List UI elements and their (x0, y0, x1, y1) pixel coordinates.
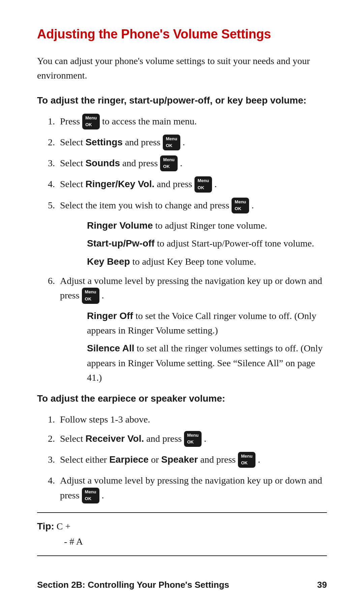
menu-ok-button-6: MenuOK (82, 288, 99, 304)
tip-line2: - # A (64, 536, 83, 547)
earpiece-step3-after: . (258, 454, 260, 465)
ringer-step-1: Press MenuOK to access the main menu. (57, 114, 327, 130)
step1-text-before: Press (60, 116, 82, 126)
ringer-step-4: Select Ringer/Key Vol. and press MenuOK … (57, 177, 327, 193)
step4-text-after: . (214, 179, 217, 189)
earpiece-step3-or: or (151, 454, 161, 465)
menu-ok-button-1: MenuOK (82, 114, 100, 129)
step2-text-mid: and press (125, 137, 163, 147)
ringer-step-3: Select Sounds and press MenuOK . (57, 156, 327, 172)
earpiece-step-4: Adjust a volume level by pressing the na… (57, 473, 327, 504)
step4-bold: Ringer/Key Vol. (85, 179, 154, 189)
earpiece-step3-bold1: Earpiece (109, 454, 149, 465)
earpiece-step2-bold: Receiver Vol. (85, 433, 144, 444)
earpiece-step1-text: Follow steps 1-3 above. (60, 414, 150, 425)
earpiece-step3-and: and press (200, 454, 238, 465)
earpiece-step2-mid: and press (146, 433, 184, 444)
menu-ok-button-5: MenuOK (232, 198, 249, 213)
menu-ok-button-3: MenuOK (160, 155, 178, 171)
earpiece-step-1: Follow steps 1-3 above. (57, 412, 327, 427)
menu-ok-button-2: MenuOK (163, 135, 180, 150)
footer-page-number: 39 (317, 580, 327, 590)
page-title: Adjusting the Phone's Volume Settings (37, 27, 327, 41)
earpiece-step3-before: Select either (60, 454, 109, 465)
earpiece-steps-list: Follow steps 1-3 above. Select Receiver … (57, 412, 327, 504)
step5-text-after: . (251, 200, 254, 210)
earpiece-step4-text: Adjust a volume level by pressing the na… (60, 475, 322, 500)
step2-text-before: Select (60, 137, 85, 147)
tip-section: Tip: C + - # A (37, 512, 327, 556)
page-content: Adjusting the Phone's Volume Settings Yo… (0, 0, 364, 590)
step3-text-after: . (180, 158, 182, 168)
earpiece-step4-after: . (102, 490, 104, 500)
step5-indent: Ringer Volume to adjust Ringer tone volu… (87, 218, 327, 269)
earpiece-step-2: Select Receiver Vol. and press MenuOK . (57, 431, 327, 447)
ringer-heading: To adjust the ringer, start-up/power-off… (37, 95, 327, 106)
ringer-step-5: Select the item you wish to change and p… (57, 198, 327, 269)
step2-text-after: . (183, 137, 185, 147)
tip-label: Tip: (37, 521, 54, 531)
earpiece-step2-after: . (204, 433, 206, 444)
earpiece-step2-before: Select (60, 433, 85, 444)
step5-item-2: Start-up/Pw-off to adjust Start-up/Power… (87, 236, 327, 251)
earpiece-step3-bold2: Speaker (161, 454, 198, 465)
step6-text-after: . (102, 290, 104, 300)
ringer-step-2: Select Settings and press MenuOK . (57, 135, 327, 151)
ringer-steps-list: Press MenuOK to access the main menu. Se… (57, 114, 327, 385)
menu-ok-button-e3: MenuOK (238, 452, 255, 468)
step5-text-before: Select the item you wish to change and p… (60, 200, 232, 210)
step6-indent: Ringer Off to set the Voice Call ringer … (87, 309, 327, 385)
menu-ok-button-e4: MenuOK (82, 488, 99, 503)
footer-section-label: Section 2B: Controlling Your Phone's Set… (37, 580, 229, 590)
intro-paragraph: You can adjust your phone's volume setti… (37, 54, 327, 83)
menu-ok-button-4: MenuOK (194, 176, 212, 192)
earpiece-step-3: Select either Earpiece or Speaker and pr… (57, 452, 327, 468)
ringer-step-6: Adjust a volume level by pressing the na… (57, 273, 327, 385)
step1-text-after: to access the main menu. (102, 116, 197, 126)
step3-bold: Sounds (85, 158, 120, 168)
step6-item-1: Ringer Off to set the Voice Call ringer … (87, 309, 327, 338)
step5-item-3: Key Beep to adjust Key Beep tone volume. (87, 254, 327, 269)
step4-text-mid: and press (157, 179, 194, 189)
step3-text-before: Select (60, 158, 85, 168)
tip-line1: C + (57, 521, 70, 531)
menu-ok-button-e2: MenuOK (184, 431, 202, 447)
footer: Section 2B: Controlling Your Phone's Set… (37, 580, 327, 590)
earpiece-heading: To adjust the earpiece or speaker volume… (37, 393, 327, 404)
step2-bold: Settings (85, 137, 122, 147)
step6-item-2: Silence All to set all the ringer volume… (87, 341, 327, 385)
step6-text-before: Adjust a volume level by pressing the na… (60, 276, 322, 300)
step3-text-mid: and press (122, 158, 160, 168)
step5-item-1: Ringer Volume to adjust Ringer tone volu… (87, 218, 327, 233)
step4-text-before: Select (60, 179, 85, 189)
